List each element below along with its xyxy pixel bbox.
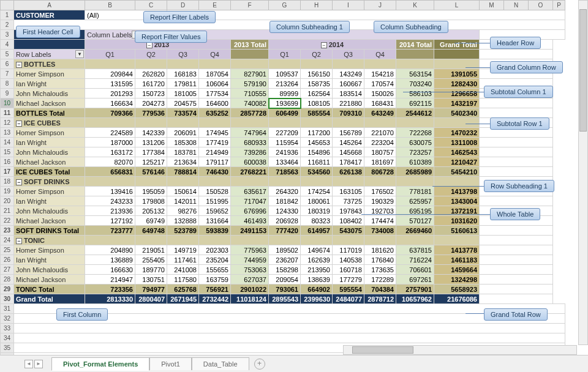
cell[interactable]: 138639	[301, 275, 333, 285]
cell[interactable]: 722268	[396, 128, 434, 138]
row-name[interactable]: Ian Wright	[14, 138, 85, 147]
cell[interactable]: 117019	[333, 245, 364, 255]
cell[interactable]: 82070	[85, 157, 135, 167]
cell[interactable]: 600038	[231, 157, 269, 167]
cell[interactable]: 189502	[269, 245, 301, 255]
cell[interactable]: 241936	[269, 147, 301, 157]
cell[interactable]: 1459664	[434, 265, 480, 275]
cell[interactable]: 1413798	[434, 187, 480, 196]
row-name[interactable]: Michael Jackson	[14, 216, 85, 226]
cell[interactable]: 69749	[135, 216, 167, 226]
cell[interactable]: 205132	[135, 206, 167, 216]
cell[interactable]: 80323	[301, 216, 333, 226]
cell[interactable]: 637815	[396, 245, 434, 255]
cell[interactable]: 163105	[333, 187, 364, 196]
cell[interactable]: 221880	[333, 99, 364, 108]
cell[interactable]: 209054	[269, 275, 301, 285]
cell[interactable]: 1413778	[434, 245, 480, 255]
cell[interactable]: 180061	[301, 196, 333, 206]
cell[interactable]: 181697	[364, 157, 396, 167]
cell[interactable]: 185308	[167, 138, 199, 147]
cell[interactable]: 170574	[364, 79, 396, 89]
cell[interactable]: 150614	[167, 187, 199, 196]
cell[interactable]: 98276	[167, 206, 199, 216]
cell[interactable]: 108402	[333, 216, 364, 226]
cell[interactable]: 143249	[333, 69, 364, 79]
cell[interactable]: 627037	[231, 275, 269, 285]
cell[interactable]: 178417	[333, 157, 364, 167]
cell[interactable]: 177534	[199, 89, 231, 99]
cell[interactable]: 193699	[269, 99, 301, 108]
group-name[interactable]: −BOTTLES	[14, 59, 85, 69]
row-name[interactable]: John Michaloudis	[14, 265, 85, 275]
cell[interactable]: 235204	[199, 255, 231, 265]
tab-first-icon[interactable]: ◄	[24, 360, 33, 368]
cell[interactable]: 159652	[199, 206, 231, 216]
cell[interactable]: 219051	[135, 245, 167, 255]
cell[interactable]: 160718	[333, 265, 364, 275]
collapse-icon[interactable]: −	[321, 42, 327, 48]
cell[interactable]: 187000	[85, 138, 135, 147]
cell[interactable]: 176502	[364, 187, 396, 196]
cell[interactable]: 710555	[231, 89, 269, 99]
cell[interactable]: 160667	[333, 79, 364, 89]
cell[interactable]: 149719	[167, 245, 199, 255]
cell[interactable]: 158735	[301, 79, 333, 89]
cell[interactable]: 221070	[364, 128, 396, 138]
cell[interactable]: 117461	[167, 255, 199, 265]
cell[interactable]: 243233	[85, 196, 135, 206]
cell[interactable]: 183781	[167, 147, 199, 157]
cell[interactable]: 166634	[85, 99, 135, 108]
row-name[interactable]: Homer Simpson	[14, 187, 85, 196]
cell[interactable]: 132888	[167, 216, 199, 226]
cell[interactable]: 158298	[269, 265, 301, 275]
cell[interactable]: 625957	[396, 196, 434, 206]
horizontal-scrollbar[interactable]	[343, 345, 577, 355]
row-name[interactable]: Michael Jackson	[14, 99, 85, 108]
cell[interactable]: 1311008	[434, 138, 480, 147]
cell[interactable]: 131206	[135, 138, 167, 147]
cell[interactable]: 154218	[364, 69, 396, 79]
cell[interactable]: 164600	[199, 99, 231, 108]
cell[interactable]: 174945	[199, 128, 231, 138]
cell[interactable]: 227209	[269, 128, 301, 138]
cell[interactable]: 630075	[396, 138, 434, 147]
cell[interactable]: 154896	[301, 147, 333, 157]
cell[interactable]: 586103	[396, 89, 434, 99]
cell[interactable]: 197843	[333, 206, 364, 216]
cell[interactable]: 155655	[199, 265, 231, 275]
row-name[interactable]: Ian Wright	[14, 196, 85, 206]
cell[interactable]: 579190	[231, 79, 269, 89]
cell[interactable]: 206091	[167, 128, 199, 138]
group-name[interactable]: −SOFT DRINKS	[14, 177, 85, 187]
scrollbar-thumb[interactable]	[352, 346, 413, 354]
cell[interactable]: 236207	[269, 255, 301, 265]
cell[interactable]: 183514	[333, 89, 364, 99]
cell[interactable]: 190329	[364, 196, 396, 206]
cell[interactable]: 172289	[364, 275, 396, 285]
cell[interactable]: 166630	[85, 265, 135, 275]
cell[interactable]: 177279	[333, 275, 364, 285]
cell[interactable]: 127192	[85, 216, 135, 226]
cell[interactable]: 177384	[135, 147, 167, 157]
tab-next-icon[interactable]: ►	[34, 360, 43, 368]
cell[interactable]: 130751	[135, 275, 167, 285]
cell[interactable]: 117580	[167, 275, 199, 285]
row-name[interactable]: Ian Wright	[14, 79, 85, 89]
cell[interactable]: 145264	[333, 138, 364, 147]
cell[interactable]: 150528	[199, 187, 231, 196]
cell[interactable]: 177419	[199, 138, 231, 147]
cell[interactable]: 717047	[231, 196, 269, 206]
cell[interactable]: 73725	[333, 196, 364, 206]
cell[interactable]: 706601	[396, 265, 434, 275]
group-name[interactable]: −TONIC	[14, 236, 85, 245]
cell[interactable]: 131595	[85, 79, 135, 89]
cell[interactable]: 1391055	[434, 69, 480, 79]
cell[interactable]: 115954	[269, 138, 301, 147]
cell[interactable]: 195059	[135, 187, 167, 196]
cell[interactable]: 1296658	[434, 89, 480, 99]
tab-data-table[interactable]: Data_Table	[192, 357, 249, 370]
cell[interactable]: 1324298	[434, 275, 480, 285]
cell[interactable]: 161720	[135, 79, 167, 89]
cell[interactable]: 703240	[396, 79, 434, 89]
